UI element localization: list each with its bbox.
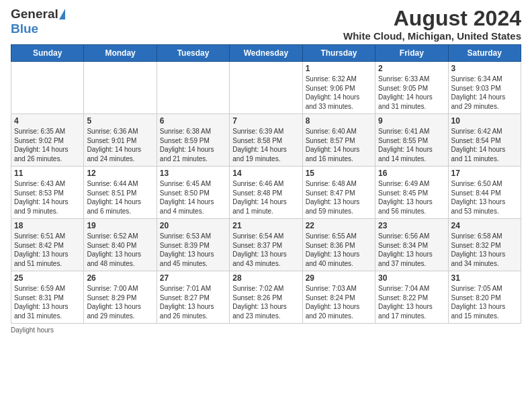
day-detail: Sunrise: 6:40 AM Sunset: 8:57 PM Dayligh… — [306, 127, 372, 163]
day-detail: Sunrise: 6:45 AM Sunset: 8:50 PM Dayligh… — [160, 179, 226, 216]
calendar-cell-w0d4: 1Sunrise: 6:32 AM Sunset: 9:06 PM Daylig… — [302, 62, 375, 114]
day-number: 26 — [87, 273, 153, 283]
day-number: 13 — [160, 169, 226, 178]
calendar-cell-w2d5: 16Sunrise: 6:49 AM Sunset: 8:45 PM Dayli… — [375, 167, 448, 219]
day-detail: Sunrise: 7:02 AM Sunset: 8:26 PM Dayligh… — [232, 284, 299, 320]
calendar-cell-w2d6: 17Sunrise: 6:50 AM Sunset: 8:44 PM Dayli… — [448, 167, 521, 219]
day-number: 5 — [87, 116, 153, 126]
day-number: 23 — [378, 221, 445, 230]
calendar-cell-w1d6: 10Sunrise: 6:42 AM Sunset: 8:54 PM Dayli… — [448, 114, 521, 167]
weekday-header-wednesday: Wednesday — [230, 45, 302, 62]
day-detail: Sunrise: 6:46 AM Sunset: 8:48 PM Dayligh… — [232, 179, 299, 216]
calendar-cell-w2d4: 15Sunrise: 6:48 AM Sunset: 8:47 PM Dayli… — [302, 167, 375, 219]
calendar-cell-w0d1 — [84, 62, 157, 114]
calendar-cell-w0d5: 2Sunrise: 6:33 AM Sunset: 9:05 PM Daylig… — [375, 62, 448, 114]
day-number: 24 — [451, 221, 518, 230]
day-detail: Sunrise: 6:52 AM Sunset: 8:40 PM Dayligh… — [87, 232, 153, 268]
day-number: 3 — [451, 64, 518, 73]
day-detail: Sunrise: 6:39 AM Sunset: 8:58 PM Dayligh… — [232, 127, 299, 163]
calendar-cell-w0d2 — [157, 62, 229, 114]
week-row-1: 1Sunrise: 6:32 AM Sunset: 9:06 PM Daylig… — [11, 62, 521, 114]
day-number: 11 — [14, 169, 81, 178]
calendar-cell-w0d0 — [11, 62, 84, 114]
logo-blue-text: Blue — [11, 21, 65, 36]
day-number: 31 — [451, 273, 518, 283]
day-number: 14 — [232, 169, 299, 178]
day-number: 22 — [306, 221, 372, 230]
day-detail: Sunrise: 6:35 AM Sunset: 9:02 PM Dayligh… — [14, 127, 81, 163]
calendar-cell-w1d1: 5Sunrise: 6:36 AM Sunset: 9:01 PM Daylig… — [84, 114, 157, 167]
weekday-header-thursday: Thursday — [302, 45, 375, 62]
day-detail: Sunrise: 6:42 AM Sunset: 8:54 PM Dayligh… — [451, 127, 518, 163]
calendar-cell-w3d0: 18Sunrise: 6:51 AM Sunset: 8:42 PM Dayli… — [11, 219, 84, 271]
day-number: 18 — [14, 221, 81, 230]
week-row-4: 18Sunrise: 6:51 AM Sunset: 8:42 PM Dayli… — [11, 219, 521, 271]
day-detail: Sunrise: 7:05 AM Sunset: 8:20 PM Dayligh… — [451, 284, 518, 320]
day-number: 19 — [87, 221, 153, 230]
day-detail: Sunrise: 6:55 AM Sunset: 8:36 PM Dayligh… — [306, 232, 372, 268]
weekday-header-friday: Friday — [375, 45, 448, 62]
day-number: 2 — [378, 64, 445, 73]
day-number: 16 — [378, 169, 445, 178]
day-number: 9 — [378, 116, 445, 126]
calendar-cell-w4d4: 29Sunrise: 7:03 AM Sunset: 8:24 PM Dayli… — [302, 271, 375, 324]
day-detail: Sunrise: 6:49 AM Sunset: 8:45 PM Dayligh… — [378, 179, 445, 216]
day-detail: Sunrise: 6:58 AM Sunset: 8:32 PM Dayligh… — [451, 232, 518, 268]
calendar-cell-w3d5: 23Sunrise: 6:56 AM Sunset: 8:34 PM Dayli… — [375, 219, 448, 271]
calendar-cell-w0d6: 3Sunrise: 6:34 AM Sunset: 9:03 PM Daylig… — [448, 62, 521, 114]
day-detail: Sunrise: 6:44 AM Sunset: 8:51 PM Dayligh… — [87, 179, 153, 216]
day-number: 10 — [451, 116, 518, 126]
day-detail: Sunrise: 6:59 AM Sunset: 8:31 PM Dayligh… — [14, 284, 81, 320]
calendar-cell-w4d5: 30Sunrise: 7:04 AM Sunset: 8:22 PM Dayli… — [375, 271, 448, 324]
sub-title: White Cloud, Michigan, United States — [343, 30, 521, 42]
day-number: 4 — [14, 116, 81, 126]
logo-line1: General — [11, 7, 65, 21]
calendar-cell-w2d2: 13Sunrise: 6:45 AM Sunset: 8:50 PM Dayli… — [157, 167, 229, 219]
calendar-cell-w2d3: 14Sunrise: 6:46 AM Sunset: 8:48 PM Dayli… — [230, 167, 302, 219]
calendar-cell-w1d0: 4Sunrise: 6:35 AM Sunset: 9:02 PM Daylig… — [11, 114, 84, 167]
calendar-cell-w3d4: 22Sunrise: 6:55 AM Sunset: 8:36 PM Dayli… — [302, 219, 375, 271]
calendar-cell-w1d4: 8Sunrise: 6:40 AM Sunset: 8:57 PM Daylig… — [302, 114, 375, 167]
day-detail: Sunrise: 6:43 AM Sunset: 8:53 PM Dayligh… — [14, 179, 81, 216]
day-number: 25 — [14, 273, 81, 283]
day-detail: Sunrise: 6:54 AM Sunset: 8:37 PM Dayligh… — [232, 232, 299, 268]
calendar-cell-w1d5: 9Sunrise: 6:41 AM Sunset: 8:55 PM Daylig… — [375, 114, 448, 167]
day-detail: Sunrise: 6:56 AM Sunset: 8:34 PM Dayligh… — [378, 232, 445, 268]
logo-lines: General Blue — [11, 7, 65, 36]
weekday-header-tuesday: Tuesday — [157, 45, 229, 62]
day-detail: Sunrise: 7:03 AM Sunset: 8:24 PM Dayligh… — [306, 284, 372, 320]
calendar-cell-w4d3: 28Sunrise: 7:02 AM Sunset: 8:26 PM Dayli… — [230, 271, 302, 324]
calendar-cell-w4d1: 26Sunrise: 7:00 AM Sunset: 8:29 PM Dayli… — [84, 271, 157, 324]
day-number: 1 — [306, 64, 372, 73]
weekday-header-saturday: Saturday — [448, 45, 521, 62]
weekday-header-row: SundayMondayTuesdayWednesdayThursdayFrid… — [11, 45, 521, 62]
day-number: 29 — [306, 273, 372, 283]
day-detail: Sunrise: 6:48 AM Sunset: 8:47 PM Dayligh… — [306, 179, 372, 216]
day-number: 15 — [306, 169, 372, 178]
day-detail: Sunrise: 7:00 AM Sunset: 8:29 PM Dayligh… — [87, 284, 153, 320]
day-detail: Sunrise: 6:53 AM Sunset: 8:39 PM Dayligh… — [160, 232, 226, 268]
calendar-cell-w0d3 — [230, 62, 302, 114]
day-number: 21 — [232, 221, 299, 230]
calendar-cell-w1d3: 7Sunrise: 6:39 AM Sunset: 8:58 PM Daylig… — [230, 114, 302, 167]
day-detail: Sunrise: 6:36 AM Sunset: 9:01 PM Dayligh… — [87, 127, 153, 163]
day-number: 27 — [160, 273, 226, 283]
day-detail: Sunrise: 6:33 AM Sunset: 9:05 PM Dayligh… — [378, 75, 445, 111]
logo-general-text: General — [11, 7, 58, 21]
day-number: 17 — [451, 169, 518, 178]
week-row-5: 25Sunrise: 6:59 AM Sunset: 8:31 PM Dayli… — [11, 271, 521, 324]
calendar-cell-w4d2: 27Sunrise: 7:01 AM Sunset: 8:27 PM Dayli… — [157, 271, 229, 324]
week-row-3: 11Sunrise: 6:43 AM Sunset: 8:53 PM Dayli… — [11, 167, 521, 219]
logo: General Blue — [11, 7, 65, 36]
page: General Blue August 2024 White Cloud, Mi… — [0, 0, 532, 340]
day-detail: Sunrise: 6:34 AM Sunset: 9:03 PM Dayligh… — [451, 75, 518, 111]
calendar-cell-w3d2: 20Sunrise: 6:53 AM Sunset: 8:39 PM Dayli… — [157, 219, 229, 271]
weekday-header-sunday: Sunday — [11, 45, 84, 62]
day-detail: Sunrise: 6:51 AM Sunset: 8:42 PM Dayligh… — [14, 232, 81, 268]
day-number: 7 — [232, 116, 299, 126]
calendar: SundayMondayTuesdayWednesdayThursdayFrid… — [11, 44, 521, 324]
calendar-cell-w4d6: 31Sunrise: 7:05 AM Sunset: 8:20 PM Dayli… — [448, 271, 521, 324]
day-number: 12 — [87, 169, 153, 178]
day-detail: Sunrise: 6:38 AM Sunset: 8:59 PM Dayligh… — [160, 127, 226, 163]
day-number: 8 — [306, 116, 372, 126]
